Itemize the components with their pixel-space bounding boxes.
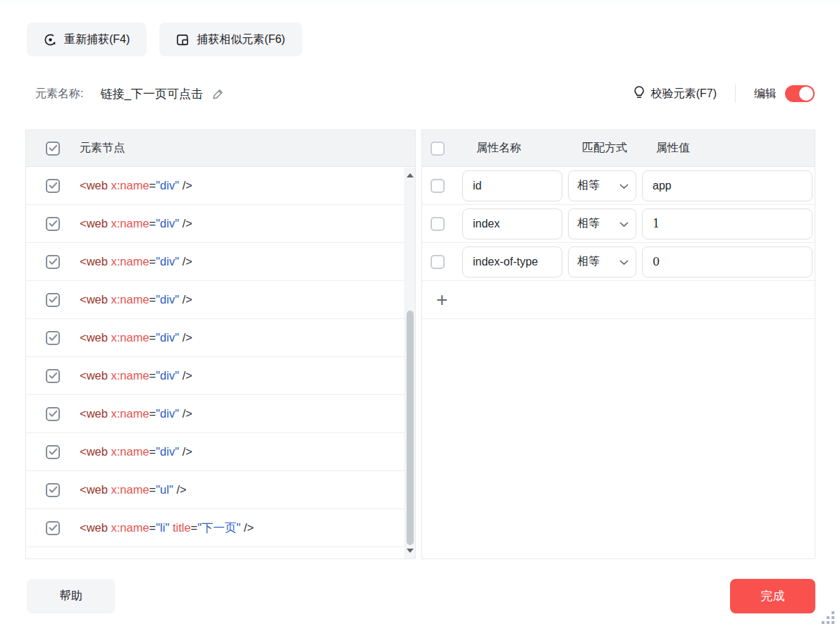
node-checkbox[interactable]: [46, 217, 60, 231]
attr-value-wrap: fx: [642, 170, 813, 201]
attr-checkbox[interactable]: [431, 217, 445, 231]
fx-button[interactable]: fx: [805, 254, 813, 269]
recapture-button[interactable]: 重新捕获(F4): [27, 23, 147, 56]
capture-similar-button[interactable]: 捕获相似元素(F6): [159, 23, 302, 56]
element-nodes-header: 元素节点: [26, 130, 415, 167]
node-code: <web x:name="div" />: [80, 407, 192, 420]
node-checkbox[interactable]: [46, 521, 60, 535]
column-match-mode: 匹配方式: [582, 141, 656, 156]
match-select-value: 相等: [577, 216, 600, 231]
attr-name-input[interactable]: [462, 208, 562, 239]
node-row: <web x:name="div" />: [26, 167, 415, 205]
footer: 帮助 完成: [27, 579, 815, 613]
lightbulb-icon: [633, 85, 646, 102]
attributes-header: 属性名称 匹配方式 属性值: [422, 130, 815, 167]
column-attr-value: 属性值: [656, 141, 815, 156]
chevron-down-icon: [619, 218, 629, 230]
node-checkbox[interactable]: [46, 293, 60, 307]
done-button[interactable]: 完成: [730, 579, 815, 613]
node-checkbox[interactable]: [46, 369, 60, 383]
attribute-row: 相等 fx: [422, 205, 815, 243]
node-row: <web x:name="li" title="下一页" />: [26, 509, 415, 547]
node-checkbox[interactable]: [46, 331, 60, 345]
recapture-icon: [44, 33, 57, 46]
match-select-value: 相等: [577, 254, 600, 269]
toggle-knob: [799, 87, 813, 101]
fx-button[interactable]: fx: [808, 178, 813, 193]
match-select[interactable]: 相等: [568, 208, 636, 239]
capture-similar-icon: [176, 33, 190, 46]
match-select[interactable]: 相等: [568, 170, 636, 201]
node-code: <web x:name="div" />: [80, 331, 192, 344]
attr-value-input[interactable]: [643, 171, 808, 201]
node-code: <web x:name="div" />: [80, 445, 192, 458]
node-row: <web x:name="div" />: [26, 433, 415, 471]
vertical-divider: [735, 85, 736, 103]
node-checkbox[interactable]: [46, 255, 60, 269]
element-name-value: 链接_下一页可点击: [100, 86, 202, 102]
attr-name-input[interactable]: [462, 170, 562, 201]
edit-toggle-label: 编辑: [754, 87, 777, 101]
capture-similar-label: 捕获相似元素(F6): [197, 32, 285, 47]
validate-element-label: 校验元素(F7): [651, 87, 717, 101]
attr-list: 相等 fx 相等 fx 相等: [422, 167, 815, 281]
add-attribute-row: +: [422, 281, 815, 319]
attribute-row: 相等 fx: [422, 243, 815, 281]
element-nodes-header-label: 元素节点: [80, 141, 125, 156]
node-code: <web x:name="ul" />: [80, 483, 187, 496]
help-button[interactable]: 帮助: [27, 579, 115, 613]
fx-button[interactable]: fx: [805, 216, 813, 231]
recapture-label: 重新捕获(F4): [64, 32, 130, 47]
edit-toggle-group: 编辑: [754, 85, 815, 102]
scroll-thumb[interactable]: [407, 311, 414, 545]
node-checkbox[interactable]: [46, 407, 60, 421]
node-row: <web x:name="ul" />: [26, 471, 415, 509]
node-code: <web x:name="div" />: [80, 293, 192, 306]
select-all-attrs-checkbox[interactable]: [431, 142, 445, 156]
attribute-row: 相等 fx: [422, 167, 815, 205]
node-checkbox[interactable]: [46, 179, 60, 193]
element-name-row: 元素名称: 链接_下一页可点击 校验元素(F7) 编辑: [35, 83, 815, 104]
node-code: <web x:name="div" />: [80, 369, 192, 382]
select-all-nodes-checkbox[interactable]: [46, 142, 60, 156]
chevron-down-icon: [619, 256, 629, 268]
node-row: <web x:name="div" />: [26, 357, 415, 395]
attributes-panel: 属性名称 匹配方式 属性值 相等 fx 相等: [421, 130, 815, 559]
attr-value-input[interactable]: [643, 247, 805, 277]
element-name-label: 元素名称:: [35, 87, 83, 101]
node-code: <web x:name="div" />: [80, 255, 192, 268]
capture-toolbar: 重新捕获(F4) 捕获相似元素(F6): [27, 23, 815, 56]
scroll-down-arrow[interactable]: [405, 545, 415, 556]
node-list-scrollbar[interactable]: [404, 168, 415, 558]
attr-checkbox[interactable]: [431, 179, 445, 193]
attr-name-input[interactable]: [462, 246, 562, 277]
node-checkbox[interactable]: [46, 445, 60, 459]
resize-grip[interactable]: [822, 611, 824, 614]
node-row: <web x:name="div" />: [26, 281, 415, 319]
column-attr-name: 属性名称: [476, 141, 582, 156]
validate-element-button[interactable]: 校验元素(F7): [633, 85, 717, 102]
node-list: <web x:name="div" /> <web x:name="div" /…: [26, 167, 415, 559]
node-row: <web x:name="div" />: [26, 205, 415, 243]
element-nodes-panel: 元素节点 <web x:name="div" /> <web x:name="d…: [25, 130, 416, 559]
chevron-down-icon: [619, 180, 629, 192]
match-select-value: 相等: [577, 178, 600, 193]
node-code: <web x:name="div" />: [80, 217, 192, 230]
attr-value-input[interactable]: [643, 209, 805, 239]
add-attribute-button[interactable]: +: [432, 290, 452, 310]
scroll-up-arrow[interactable]: [405, 170, 415, 181]
node-code: <web x:name="li" title="下一页" />: [80, 520, 254, 536]
edit-toggle[interactable]: [785, 85, 815, 102]
attr-checkbox[interactable]: [431, 255, 445, 269]
match-select[interactable]: 相等: [568, 246, 636, 277]
node-code: <web x:name="div" />: [80, 179, 192, 192]
node-row: <web x:name="div" />: [26, 243, 415, 281]
node-checkbox[interactable]: [46, 483, 60, 497]
node-row: <web x:name="div" />: [26, 319, 415, 357]
node-row: <web x:name="div" />: [26, 395, 415, 433]
attr-value-wrap: fx: [642, 246, 813, 277]
main-panels: 元素节点 <web x:name="div" /> <web x:name="d…: [25, 130, 815, 559]
window-top-band: [0, 0, 840, 5]
edit-name-button[interactable]: [211, 87, 225, 101]
attr-value-wrap: fx: [642, 208, 813, 239]
